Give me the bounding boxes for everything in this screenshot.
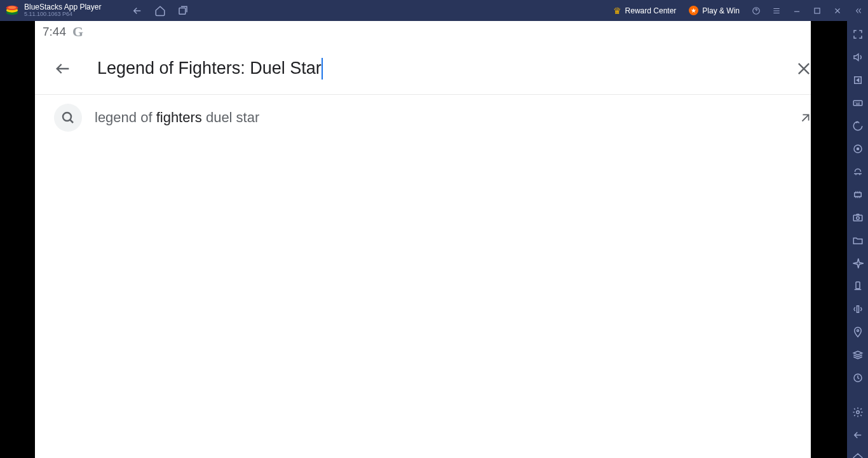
star-icon: ★: [689, 6, 698, 15]
suggestion-prefix: legend of: [95, 109, 156, 125]
eco-mode-icon[interactable]: [852, 372, 864, 384]
nav-home-button[interactable]: [154, 5, 166, 17]
left-black-padding: [0, 21, 35, 458]
suggestion-text: legend of fighters duel star: [95, 109, 786, 126]
play-label: Play & Win: [702, 6, 740, 15]
svg-rect-13: [853, 215, 862, 221]
app-content: 7:44 G Legend of Fighters: Duel Star leg…: [35, 21, 832, 458]
logo-wrap: BlueStacks App Player 5.11.100.1063 P64: [0, 3, 101, 18]
svg-point-7: [63, 113, 71, 121]
close-button[interactable]: [827, 0, 848, 21]
svg-rect-6: [815, 8, 820, 13]
app-version: 5.11.100.1063 P64: [24, 11, 101, 18]
install-apk-icon[interactable]: [852, 258, 864, 269]
search-input[interactable]: Legend of Fighters: Duel Star: [97, 59, 322, 78]
android-back-icon[interactable]: [852, 429, 864, 441]
menu-button[interactable]: [766, 0, 787, 21]
volume-icon[interactable]: [852, 52, 864, 63]
memory-trim-icon[interactable]: [852, 189, 864, 200]
back-arrow-button[interactable]: [54, 60, 72, 78]
rotate-icon[interactable]: [852, 281, 864, 292]
right-sidebar: [847, 21, 868, 458]
text-cursor: [322, 58, 323, 80]
search-header: Legend of Fighters: Duel Star: [35, 43, 832, 95]
search-icon: [54, 104, 82, 132]
play-win-button[interactable]: ★ Play & Win: [682, 0, 746, 21]
android-home-icon[interactable]: [852, 452, 864, 458]
nav-back-button[interactable]: [132, 5, 143, 17]
crown-icon: ♛: [613, 6, 621, 16]
svg-point-14: [856, 217, 859, 220]
svg-point-18: [856, 411, 859, 414]
svg-rect-4: [179, 8, 186, 14]
screenshot-icon[interactable]: [852, 212, 864, 223]
svg-point-16: [857, 330, 858, 331]
android-statusbar: 7:44 G: [35, 21, 832, 43]
suggestion-suffix: duel star: [202, 109, 260, 125]
suggestion-row[interactable]: legend of fighters duel star: [35, 95, 832, 141]
media-folder-icon[interactable]: [852, 235, 864, 246]
rewind-icon[interactable]: [852, 120, 864, 132]
clear-search-button[interactable]: [795, 60, 813, 78]
location-icon[interactable]: [852, 326, 864, 338]
macro-icon[interactable]: [852, 166, 864, 177]
nav-recent-button[interactable]: [177, 5, 189, 17]
minimize-button[interactable]: [787, 0, 807, 21]
help-button[interactable]: [746, 0, 766, 21]
bluestacks-logo-icon: [5, 3, 19, 17]
keymap-icon[interactable]: [852, 97, 864, 109]
reward-center-button[interactable]: ♛ Reward Center: [607, 0, 683, 21]
svg-point-11: [857, 148, 858, 150]
lock-cursor-icon[interactable]: [852, 74, 864, 86]
reward-label: Reward Center: [625, 6, 677, 15]
search-input-wrap[interactable]: Legend of Fighters: Duel Star: [97, 58, 795, 80]
titlebar: BlueStacks App Player 5.11.100.1063 P64 …: [0, 0, 868, 21]
maximize-button[interactable]: [807, 0, 827, 21]
collapse-sidebar-button[interactable]: [848, 0, 868, 21]
status-time: 7:44: [43, 25, 66, 39]
suggestion-bold: fighters: [156, 109, 202, 125]
fullscreen-icon[interactable]: [852, 29, 864, 40]
multi-instance-icon[interactable]: [852, 349, 864, 361]
google-badge-icon: G: [72, 24, 83, 40]
shake-icon[interactable]: [852, 303, 864, 315]
svg-rect-15: [856, 282, 860, 289]
settings-icon[interactable]: [852, 406, 864, 418]
svg-point-3: [8, 6, 17, 10]
svg-rect-12: [854, 193, 861, 197]
sync-icon[interactable]: [852, 143, 864, 155]
right-black-padding: [811, 21, 847, 458]
